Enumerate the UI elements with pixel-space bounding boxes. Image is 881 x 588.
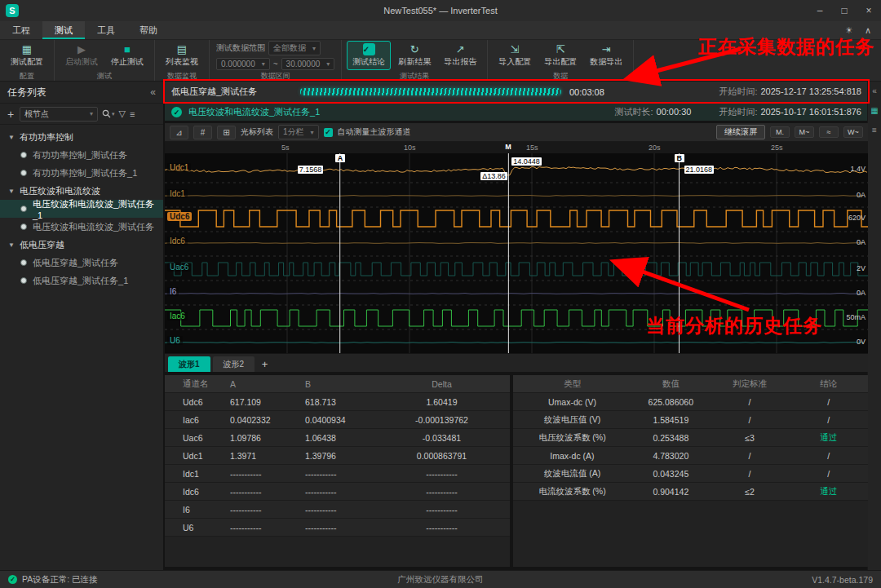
channel-label[interactable]: Iac6 (167, 312, 188, 321)
menu-tools[interactable]: 工具 (85, 21, 127, 39)
tab-waveform-2[interactable]: 波形2 (213, 356, 255, 372)
test-conclusion-button[interactable]: ✓ 测试结论 (347, 41, 391, 70)
time-tick: 5s (281, 144, 290, 152)
cursor-a-handle[interactable]: A (335, 154, 346, 162)
table-row[interactable]: Udc11.39711.397960.000863791 (165, 447, 510, 465)
waveform-mode-icon-2[interactable]: M~ (795, 126, 814, 138)
table-cell: 通过 (789, 432, 868, 444)
running-task-elapsed: 00:03:08 (569, 87, 604, 97)
export-report-button[interactable]: ↗ 导出报告 (438, 41, 482, 70)
search-button[interactable]: ▾ (102, 109, 115, 118)
table-row[interactable]: Idc6--------------------------------- (165, 483, 510, 501)
tree-group-header[interactable]: ▼有功功率控制 (0, 128, 163, 146)
cursor-a-value[interactable]: 7.1568 (298, 166, 324, 174)
cursor-m-value[interactable]: 14.0448 (511, 157, 542, 166)
auto-measure-checkbox[interactable]: ✓ (324, 128, 333, 137)
range-from-input[interactable]: 0.000000 ▾ (216, 58, 270, 70)
add-waveform-tab-button[interactable]: + (257, 356, 272, 372)
panel-toggle-icon[interactable]: ▦ (870, 106, 878, 115)
channel-label[interactable]: U6 (167, 336, 183, 345)
channel-label[interactable]: I6 (167, 287, 179, 296)
right-collapse-icon[interactable]: « (872, 86, 877, 95)
data-export-button[interactable]: ⇥ 数据导出 (584, 41, 628, 70)
theme-icon[interactable]: ☀ (845, 25, 853, 36)
filter-icon[interactable]: ▽ (119, 108, 126, 119)
cursor-b-value[interactable]: 21.0168 (684, 166, 715, 174)
root-node-select[interactable]: 根节点 ▾ (20, 107, 98, 122)
range-to-input[interactable]: 30.00000 ▾ (281, 58, 335, 70)
close-button[interactable]: × (857, 0, 881, 21)
waveform-mode-icon-3[interactable]: ≈ (819, 126, 839, 138)
list-view-icon[interactable]: ≡ (130, 109, 135, 119)
cursor-m-label[interactable]: M (505, 143, 511, 151)
list-monitor-button[interactable]: ▤ 列表监视 (160, 41, 204, 70)
collapse-ribbon-icon[interactable]: ∧ (865, 25, 871, 36)
maximize-button[interactable]: □ (832, 0, 857, 21)
table-row[interactable]: 电压纹波系数 (%)0.253488≤3通过 (513, 429, 868, 447)
running-start-time: 2025-12-17 13:25:54:818 (760, 86, 861, 96)
cursor-b-handle[interactable]: B (675, 154, 685, 162)
channel-label[interactable]: Udc1 (167, 163, 191, 172)
task-tree: ▼有功功率控制有功功率控制_测试任务有功功率控制_测试任务_1▼电压纹波和电流纹… (0, 125, 163, 571)
menu-help[interactable]: 帮助 (127, 21, 170, 39)
minimize-button[interactable]: – (808, 0, 832, 21)
waveform-mode-icon-1[interactable]: M. (770, 126, 790, 138)
time-tick: 25s (771, 144, 783, 152)
table-row[interactable]: U6--------------------------------- (165, 519, 510, 537)
table-row[interactable]: Imax-dc (A)4.783020// (513, 447, 868, 465)
search-icon (102, 109, 111, 118)
tree-group-header[interactable]: ▼低电压穿越 (0, 236, 163, 254)
menu-test[interactable]: 测试 (42, 21, 85, 39)
tree-item[interactable]: 有功功率控制_测试任务_1 (0, 164, 163, 182)
channel-label[interactable]: Udc6 (167, 212, 192, 221)
running-task-row[interactable]: 低电压穿越_测试任务 00:03:08 开始时间:2025-12-17 13:2… (165, 82, 868, 102)
channel-label[interactable]: Idc1 (167, 189, 188, 198)
import-config-label: 导入配置 (498, 56, 531, 68)
grid-tool-icon[interactable]: ⊞ (217, 126, 236, 139)
tree-item[interactable]: 低电压穿越_测试任务_1 (0, 272, 163, 290)
channel-label[interactable]: Idc6 (167, 237, 188, 245)
running-start-label: 开始时间: (719, 86, 757, 96)
range-scope-select[interactable]: 全部数据 ▾ (268, 41, 321, 55)
start-test-button[interactable]: ▶ 启动测试 (60, 41, 104, 70)
table-row[interactable]: Uac61.097861.06438-0.033481 (165, 429, 510, 447)
tree-item[interactable]: 电压纹波和电流纹波_测试任务_1 (0, 200, 163, 218)
waveform-toolbar: ⊿ # ⊞ 光标列表 1分栏 ▾ ✓ 自动测量主波形通道 继续滚屏 M. M~ … (165, 123, 868, 142)
continue-scroll-button[interactable]: 继续滚屏 (716, 125, 765, 139)
cursor-tool-icon[interactable]: ⊿ (170, 126, 188, 139)
add-task-button[interactable]: + (6, 108, 15, 121)
cursor-delta-value[interactable]: Δ13.86 (480, 172, 507, 180)
columns-select[interactable]: 1分栏 ▾ (278, 125, 319, 139)
table-row[interactable]: 纹波电流值 (A)0.043245// (513, 465, 868, 483)
table-row[interactable]: Iac60.04023320.0400934-0.000139762 (165, 411, 510, 429)
cursor-measure-table: 通道名 A B Delta Udc6617.109618.7131.60419I… (165, 375, 510, 567)
stop-test-button[interactable]: ■ 停止测试 (105, 41, 149, 70)
tab-waveform-1[interactable]: 波形1 (168, 356, 210, 372)
table-row[interactable]: I6--------------------------------- (165, 501, 510, 519)
waveform-plot[interactable]: Udc11.4VIdc10AUdc6620VIdc60AUac62VI60AIa… (165, 153, 868, 353)
channel-label[interactable]: Uac6 (167, 263, 191, 272)
analyzed-task-row[interactable]: ✓ 电压纹波和电流纹波_测试任务_1 测试时长:00:00:30 开始时间:20… (165, 104, 868, 121)
task-bullet-icon (20, 170, 27, 176)
table-row[interactable]: 电流纹波系数 (%)0.904142≤2通过 (513, 483, 868, 501)
tree-item[interactable]: 低电压穿越_测试任务 (0, 254, 163, 272)
test-config-button[interactable]: ▦ 测试配置 (5, 41, 49, 70)
export-config-button[interactable]: ⇱ 导出配置 (538, 41, 582, 70)
crosshair-tool-icon[interactable]: # (193, 126, 212, 139)
table-row[interactable]: 纹波电压值 (V)1.584519// (513, 411, 868, 429)
refresh-results-button[interactable]: ↻ 刷新结果 (392, 41, 436, 70)
waveform-mode-icon-4[interactable]: W~ (843, 126, 863, 138)
table-row[interactable]: Idc1--------------------------------- (165, 465, 510, 483)
table-row[interactable]: Udc6617.109618.7131.60419 (165, 393, 510, 411)
table-cell: 纹波电流值 (A) (513, 468, 631, 480)
import-config-button[interactable]: ⇲ 导入配置 (493, 41, 537, 70)
sidebar-collapse-icon[interactable]: « (150, 86, 156, 98)
tree-item[interactable]: 电压纹波和电流纹波_测试任务 (0, 218, 163, 236)
table-row[interactable]: Umax-dc (V)625.086060// (513, 393, 868, 411)
table-cell: / (711, 451, 790, 461)
list-panel-icon[interactable]: ≡ (872, 126, 877, 135)
tree-item[interactable]: 有功功率控制_测试任务 (0, 146, 163, 164)
cursor-list-label: 光标列表 (241, 126, 273, 138)
toolbar-group-test: ▶ 启动测试 ■ 停止测试 测试 (55, 40, 155, 81)
menu-project[interactable]: 工程 (0, 21, 42, 39)
